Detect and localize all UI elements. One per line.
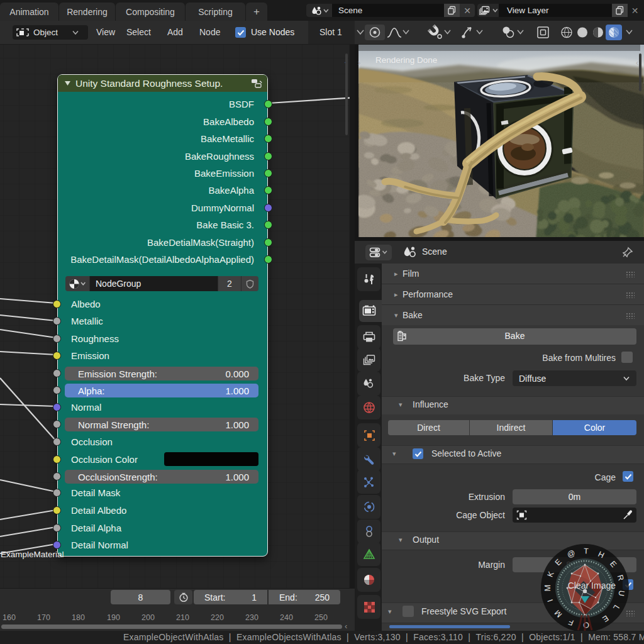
svg-text:U: U (617, 590, 626, 597)
svg-text:T: T (584, 547, 589, 555)
svg-text:O: O (583, 621, 589, 630)
svg-text:›: › (358, 58, 360, 67)
svg-text:‹: ‹ (636, 58, 638, 67)
svg-text:Rendering Done: Rendering Done (375, 55, 437, 65)
